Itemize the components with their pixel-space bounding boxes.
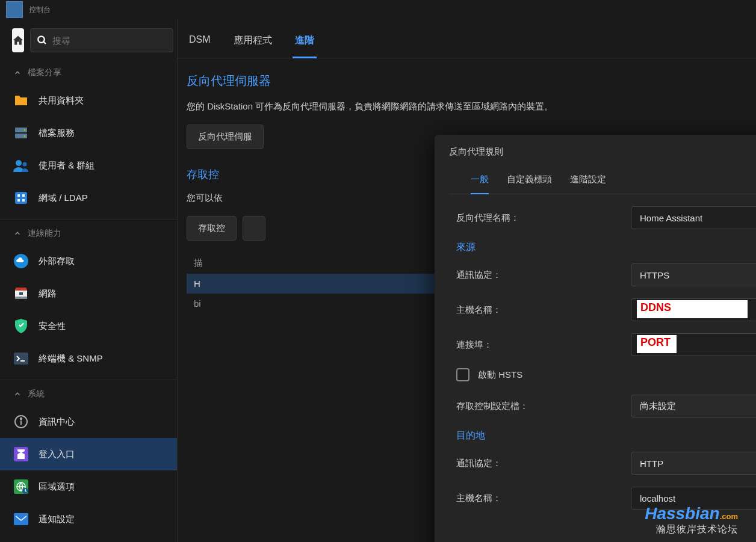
section-title-reverse-proxy: 反向代理伺服器 <box>187 73 747 89</box>
label-hsts: 啟動 HSTS <box>478 369 522 381</box>
redaction-ddns: DDNS <box>637 300 748 318</box>
users-icon <box>13 158 29 173</box>
sidebar-item-file-service[interactable]: 檔案服務 <box>0 117 177 149</box>
access-control-button-behind[interactable]: 存取控 <box>187 216 237 241</box>
svg-point-5 <box>24 135 26 137</box>
shield-icon <box>13 318 29 334</box>
sidebar-item-terminal-snmp[interactable]: 終端機 & SNMP <box>0 342 177 375</box>
label-src-port: 連接埠： <box>456 339 631 351</box>
sidebar-item-network[interactable]: 網路 <box>0 277 177 310</box>
modal-tab-custom-header[interactable]: 自定義標頭 <box>507 174 552 194</box>
notify-icon <box>13 511 29 527</box>
titlebar: 控制台 <box>0 0 756 19</box>
heading-destination: 目的地 <box>456 430 756 442</box>
svg-rect-10 <box>22 194 25 197</box>
svg-rect-8 <box>15 192 27 204</box>
tab-dsm[interactable]: DSM <box>187 34 213 58</box>
svg-point-6 <box>16 160 22 166</box>
checkbox-hsts[interactable] <box>456 368 469 381</box>
input-proxy-name[interactable] <box>631 206 756 229</box>
window-title: 控制台 <box>29 5 51 15</box>
network-icon <box>13 286 29 301</box>
search-box[interactable] <box>30 28 173 52</box>
select-dst-protocol[interactable]: HTTP ▼ <box>631 452 756 475</box>
content: DSM 應用程式 進階 反向代理伺服器 您的 DiskStation 可作為反向… <box>178 19 756 542</box>
sidebar-item-external-access[interactable]: 外部存取 <box>0 245 177 277</box>
label-dst-hostname: 主機名稱： <box>456 493 631 504</box>
svg-point-4 <box>24 129 26 131</box>
info-icon <box>13 414 29 430</box>
terminal-icon <box>13 351 29 366</box>
modal-title: 反向代理規則 <box>449 146 503 158</box>
svg-point-20 <box>20 418 22 419</box>
section-header-connectivity[interactable]: 連線能力 <box>0 222 177 245</box>
section-header-system[interactable]: 系統 <box>0 383 177 405</box>
login-icon <box>13 446 29 462</box>
svg-line-1 <box>43 42 46 44</box>
search-icon <box>37 35 48 46</box>
reverse-proxy-rule-modal: 反向代理規則 ✕ 一般 自定義標頭 進階設定 反向代理名稱： 來源 通訊協定： … <box>435 135 756 542</box>
svg-point-7 <box>23 162 27 167</box>
watermark: Hassbian.com 瀚思彼岸技术论坛 <box>645 504 738 536</box>
home-icon <box>12 34 24 46</box>
svg-rect-17 <box>14 353 28 365</box>
sidebar-item-login-portal[interactable]: 登入入口 <box>0 438 177 470</box>
section-desc-reverse-proxy: 您的 DiskStation 可作為反向代理伺服器，負責將網際網路的請求傳送至區… <box>187 101 747 112</box>
sidebar-item-notification[interactable]: 通知設定 <box>0 503 177 535</box>
region-icon <box>13 479 29 494</box>
sidebar-item-domain-ldap[interactable]: 網域 / LDAP <box>0 182 177 214</box>
svg-rect-25 <box>14 513 28 525</box>
tab-advanced[interactable]: 進階 <box>293 34 317 58</box>
svg-rect-15 <box>15 297 27 299</box>
sidebar-item-info-center[interactable]: 資訊中心 <box>0 405 177 438</box>
svg-rect-11 <box>17 199 20 202</box>
content-tabs: DSM 應用程式 進階 <box>178 19 756 58</box>
sidebar-item-shared-folder[interactable]: 共用資料夾 <box>0 84 177 117</box>
svg-rect-9 <box>17 194 20 197</box>
label-src-protocol: 通訊協定： <box>456 269 631 281</box>
label-access-profile: 存取控制設定檔： <box>456 401 631 412</box>
reverse-proxy-rules-button-behind[interactable]: 反向代理伺服 <box>187 125 264 149</box>
svg-rect-16 <box>19 292 23 295</box>
chevron-up-icon <box>13 69 22 77</box>
svg-point-0 <box>38 36 45 43</box>
folder-icon <box>13 93 29 108</box>
sidebar: 檔案分享 共用資料夾 檔案服務 使用者 & 群組 網域 / LDAP <box>0 19 178 542</box>
section-header-file-sharing[interactable]: 檔案分享 <box>0 61 177 84</box>
select-access-profile[interactable]: 尚未設定 ▼ <box>631 395 756 417</box>
tab-applications[interactable]: 應用程式 <box>231 34 274 58</box>
label-src-hostname: 主機名稱： <box>456 304 631 316</box>
svg-rect-12 <box>22 199 25 202</box>
sidebar-item-security[interactable]: 安全性 <box>0 310 177 342</box>
redaction-port: PORT <box>637 335 677 353</box>
cloud-icon <box>13 253 29 269</box>
server-icon <box>13 125 29 141</box>
heading-source: 來源 <box>456 241 756 254</box>
label-proxy-name: 反向代理名稱： <box>456 212 631 224</box>
ldap-icon <box>13 190 29 206</box>
select-src-protocol[interactable]: HTTPS ▼ <box>631 263 756 286</box>
sidebar-item-user-group[interactable]: 使用者 & 群組 <box>0 149 177 182</box>
search-input[interactable] <box>52 35 167 46</box>
modal-tab-advanced[interactable]: 進階設定 <box>570 174 606 194</box>
chevron-up-icon <box>13 390 22 398</box>
chevron-up-icon <box>13 229 22 238</box>
home-button[interactable] <box>12 28 24 52</box>
new-button-behind[interactable] <box>243 216 265 241</box>
app-icon <box>6 1 23 18</box>
sidebar-item-regional-options[interactable]: 區域選項 <box>0 470 177 503</box>
modal-tab-general[interactable]: 一般 <box>471 174 489 194</box>
label-dst-protocol: 通訊協定： <box>456 458 631 469</box>
